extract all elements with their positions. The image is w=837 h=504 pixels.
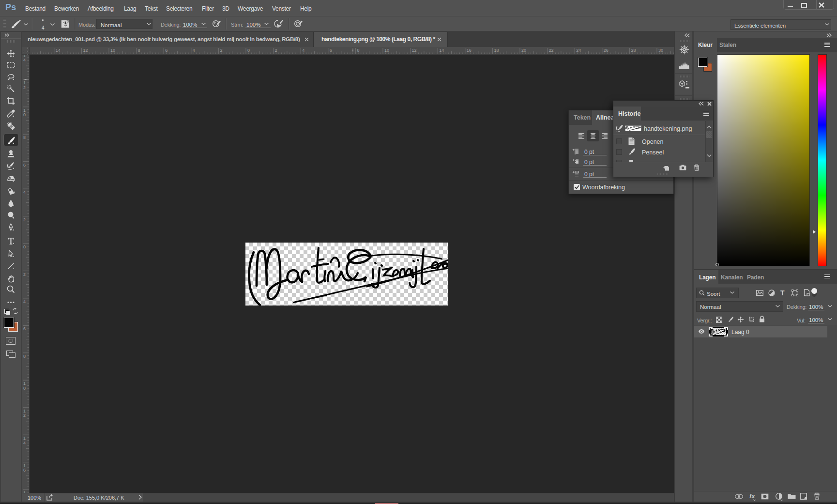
svg-text:26: 26 — [604, 48, 609, 53]
svg-text:24: 24 — [576, 48, 581, 53]
svg-text:30: 30 — [658, 48, 663, 53]
svg-text:6: 6 — [23, 326, 26, 331]
svg-text:8: 8 — [23, 135, 26, 140]
svg-text:1: 1 — [23, 80, 26, 85]
svg-text:8: 8 — [23, 354, 26, 359]
svg-text:18: 18 — [494, 48, 499, 53]
svg-text:2: 2 — [23, 85, 26, 90]
svg-text:4: 4 — [23, 299, 26, 304]
svg-text:14: 14 — [56, 48, 61, 53]
svg-text:6: 6 — [23, 163, 26, 168]
svg-text:20: 20 — [521, 48, 526, 53]
svg-text:8: 8 — [138, 48, 140, 53]
svg-text:2: 2 — [23, 272, 26, 277]
svg-text:22: 22 — [549, 48, 554, 53]
svg-text:6: 6 — [330, 48, 332, 53]
svg-text:1: 1 — [23, 381, 26, 386]
svg-text:1: 1 — [23, 409, 26, 413]
svg-text:4: 4 — [302, 48, 304, 53]
svg-text:28: 28 — [631, 48, 636, 53]
svg-text:0: 0 — [23, 386, 26, 391]
svg-text:10: 10 — [110, 48, 115, 53]
svg-text:16: 16 — [467, 48, 472, 53]
svg-text:0: 0 — [23, 112, 26, 117]
svg-text:8: 8 — [357, 48, 359, 53]
svg-text:6: 6 — [23, 468, 26, 473]
svg-text:2: 2 — [23, 217, 26, 222]
svg-text:4: 4 — [23, 58, 26, 62]
svg-text:6: 6 — [165, 48, 167, 53]
svg-text:12: 12 — [83, 48, 88, 53]
svg-text:12: 12 — [412, 48, 417, 53]
svg-text:0: 0 — [247, 48, 250, 53]
svg-text:0: 0 — [23, 244, 26, 249]
svg-text:10: 10 — [384, 48, 389, 53]
svg-text:1: 1 — [23, 436, 26, 441]
svg-text:2: 2 — [220, 48, 222, 53]
svg-text:4: 4 — [23, 441, 26, 445]
svg-text:2: 2 — [275, 48, 277, 53]
svg-text:2: 2 — [23, 413, 26, 418]
svg-text:4: 4 — [23, 190, 26, 195]
svg-text:4: 4 — [193, 48, 195, 53]
svg-text:14: 14 — [439, 48, 444, 53]
svg-text:1: 1 — [23, 463, 26, 468]
